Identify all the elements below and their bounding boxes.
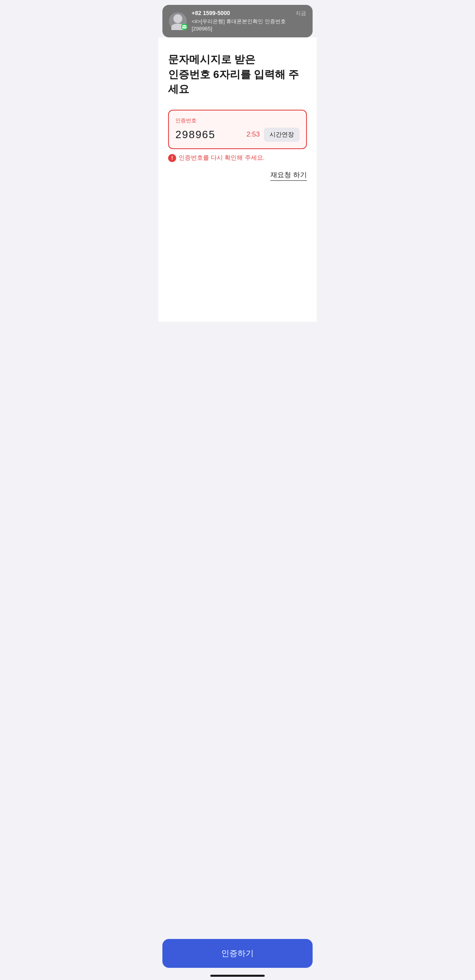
- resend-button[interactable]: 재요청 하기: [270, 170, 307, 181]
- notification-body: <#>[우리은행] 휴대폰본인확인 인증번호 [298965]: [192, 18, 306, 33]
- error-text: 인증번호를 다시 확인해 주세요.: [179, 154, 265, 162]
- notification-banner[interactable]: +82 1599-5000 지금 <#>[우리은행] 휴대폰본인확인 인증번호 …: [162, 5, 313, 37]
- main-content: 문자메시지로 받은 인증번호 6자리를 입력해 주세요 인증번호 298965 …: [158, 37, 317, 322]
- resend-row: 재요청 하기: [168, 170, 307, 181]
- error-icon: !: [168, 154, 176, 162]
- error-message-row: ! 인증번호를 다시 확인해 주세요.: [168, 154, 307, 162]
- countdown-timer: 2:53: [246, 130, 260, 139]
- page-title: 문자메시지로 받은 인증번호 6자리를 입력해 주세요: [168, 52, 307, 96]
- input-label: 인증번호: [175, 117, 300, 124]
- verification-code-value: 298965: [175, 128, 216, 141]
- notification-time: 지금: [296, 10, 306, 17]
- extend-time-button[interactable]: 시간연장: [264, 128, 300, 142]
- message-badge-icon: [181, 24, 188, 30]
- notification-content: +82 1599-5000 지금 <#>[우리은행] 휴대폰본인확인 인증번호 …: [192, 10, 306, 33]
- svg-rect-0: [182, 25, 186, 28]
- verification-input-container[interactable]: 인증번호 298965 2:53 시간연장: [168, 110, 307, 149]
- notification-avatar: [169, 12, 187, 30]
- notification-sender: +82 1599-5000: [192, 10, 230, 16]
